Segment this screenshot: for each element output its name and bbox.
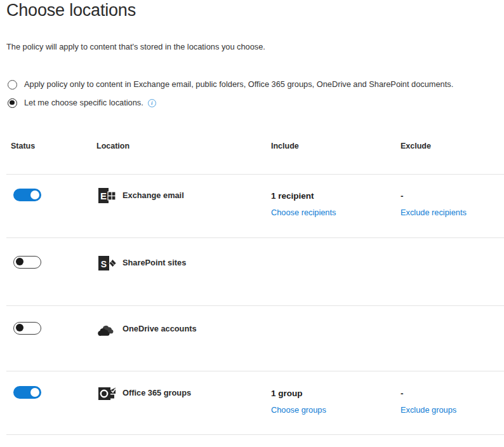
radio-button-selected[interactable] (8, 98, 17, 108)
exchange-status-toggle-on[interactable] (13, 189, 41, 201)
onedrive-icon (96, 319, 117, 340)
location-label-office365-groups: Office 365 groups (123, 388, 191, 398)
column-header-exclude: Exclude (401, 142, 504, 150)
radio-option-apply-all-label[interactable]: Apply policy only to content in Exchange… (24, 79, 453, 90)
table-row-onedrive-accounts: OneDrive accounts (6, 306, 504, 371)
location-scope-radio-group: Apply policy only to content in Exchange… (8, 79, 504, 109)
choose-recipients-link[interactable]: Choose recipients (271, 208, 336, 217)
radio-option-choose-specific-label[interactable]: Let me choose specific locations. (24, 97, 143, 109)
exclude-groups-link[interactable]: Exclude groups (401, 405, 456, 415)
exchange-icon: E (96, 186, 117, 206)
svg-text:S: S (101, 259, 107, 269)
page-description: The policy will apply to content that's … (6, 42, 504, 52)
info-icon[interactable]: i (148, 99, 156, 107)
radio-button-unselected[interactable] (8, 80, 17, 90)
column-header-location: Location (96, 142, 271, 150)
include-value-exchange: 1 recipient (271, 190, 401, 202)
locations-table: Status Location Include Exclude E Exchan (6, 142, 504, 435)
choose-groups-link[interactable]: Choose groups (271, 405, 326, 415)
location-label-onedrive: OneDrive accounts (123, 324, 197, 334)
table-row-office365-groups: Office 365 groups 1 group Choose groups … (6, 371, 504, 435)
office365-groups-icon (96, 384, 117, 404)
location-label-exchange: Exchange email (123, 190, 184, 201)
sharepoint-icon: S (96, 253, 117, 274)
sharepoint-status-toggle-off[interactable] (13, 256, 41, 269)
radio-option-choose-specific[interactable]: Let me choose specific locations. i (8, 97, 504, 109)
radio-option-apply-all[interactable]: Apply policy only to content in Exchange… (8, 79, 504, 90)
exclude-recipients-link[interactable]: Exclude recipients (401, 208, 467, 217)
choose-locations-page: Choose locations The policy will apply t… (0, 0, 504, 447)
office365-groups-status-toggle-on[interactable] (13, 386, 41, 399)
onedrive-status-toggle-off[interactable] (13, 322, 41, 335)
column-header-status: Status (11, 142, 96, 150)
table-header-row: Status Location Include Exclude (6, 142, 504, 175)
exclude-value-groups: - (401, 388, 504, 399)
exclude-value-exchange: - (401, 190, 504, 202)
svg-text:E: E (100, 190, 107, 201)
include-value-groups: 1 group (271, 388, 401, 399)
location-label-sharepoint: SharePoint sites (123, 258, 186, 268)
table-row-sharepoint-sites: S SharePoint sites (6, 238, 504, 306)
column-header-include: Include (271, 142, 401, 150)
page-title: Choose locations (6, 0, 504, 20)
table-row-exchange-email: E Exchange email 1 recipient Choose reci… (6, 175, 504, 238)
